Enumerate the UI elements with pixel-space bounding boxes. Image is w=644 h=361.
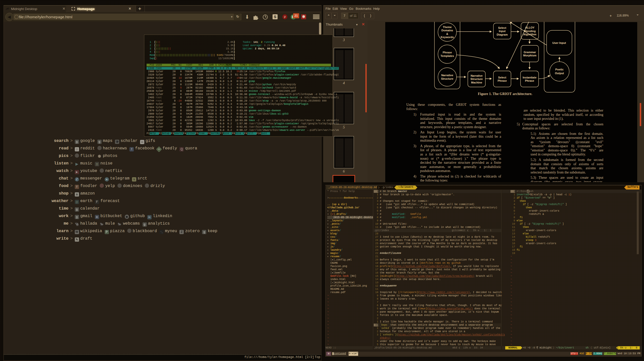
svg-text:Narrative: Narrative <box>471 74 483 77</box>
svg-text:Structure: Structure <box>441 77 454 80</box>
svg-text:User Input: User Input <box>552 41 566 44</box>
svg-text:Phrase: Phrase <box>525 79 534 82</box>
svg-text:Poetic: Poetic <box>555 68 563 71</box>
svg-text:&: & <box>446 32 448 35</box>
svg-text:Grammar: Grammar <box>524 51 536 54</box>
svg-text:Input: Input <box>499 30 506 33</box>
svg-text:Select: Select <box>498 76 506 79</box>
svg-text:Keywords: Keywords <box>441 36 454 39</box>
svg-text:Diagram: Diagram <box>497 33 508 36</box>
svg-text:Structure: Structure <box>471 77 483 80</box>
svg-text:Phrase: Phrase <box>443 51 452 54</box>
svg-text:Domains: Domains <box>441 29 453 32</box>
svg-text:Theme: Theme <box>443 26 452 29</box>
svg-text:Templates: Templates <box>440 54 454 57</box>
svg-text:Narrative: Narrative <box>441 74 453 77</box>
svg-text:Select: Select <box>498 26 506 29</box>
svg-text:Output: Output <box>555 72 564 75</box>
svg-text:Morphism: Morphism <box>523 54 537 57</box>
svg-text:Phrase: Phrase <box>498 79 507 82</box>
svg-text:Machine: Machine <box>471 81 482 84</box>
svg-text:Instantiate: Instantiate <box>523 76 536 79</box>
